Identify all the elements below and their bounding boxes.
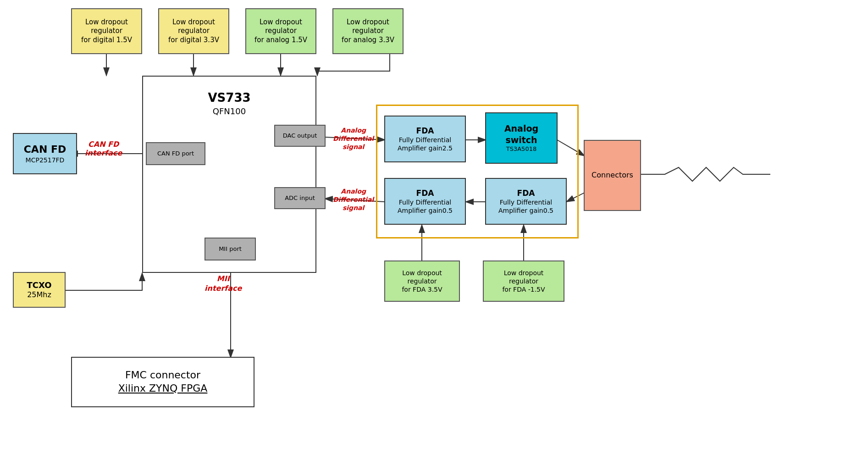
analog-diff-signal-top-label: AnalogDifferentialsignal [333,126,374,151]
ldo-analog-3v3: Low dropout regulator for analog 3.3V [332,8,404,54]
ldo-fda-3v5: Low dropout regulator for FDA 3.5V [384,260,460,302]
can-fd-interface-label: CAN FDinterface [85,140,122,157]
fmc-label: FMC connector [125,369,200,382]
ldo-ana-1v5-label: Low dropout regulator for analog 1.5V [254,18,307,45]
can-fd-chip: CAN FD MCP2517FD [13,133,77,174]
analog-switch: Analogswitch TS3A5018 [485,112,558,164]
can-fd-port-label: CAN FD port [157,150,194,158]
fda-gain0-5-left-title: FDA [416,188,434,198]
dac-output-label: DAC output [283,132,317,140]
fda-gain0-5-right: FDA Fully DifferentialAmplifier gain0.5 [485,178,567,225]
analog-switch-part: TS3A5018 [506,145,536,153]
vs733-part: QFN100 [213,106,246,116]
fmc-connector: FMC connector Xilinx ZYNQ FPGA [71,357,254,407]
fda-gain0-5-right-title: FDA [517,188,535,198]
ldo-dig-3v3-label: Low dropout regulator for digital 3.3V [168,18,219,45]
vs733-label: VS733 [208,90,250,106]
adc-input-port: ADC input [274,187,326,209]
adc-input-label: ADC input [285,194,315,202]
fda-gain0-5-left-desc: Fully DifferentialAmplifier gain0.5 [398,198,453,215]
fda-gain0-5-right-desc: Fully DifferentialAmplifier gain0.5 [498,198,553,215]
ldo-digital-3v3: Low dropout regulator for digital 3.3V [158,8,229,54]
ldo-fda-neg1v5: Low dropout regulator for FDA -1.5V [483,260,564,302]
fda-gain2-5-title: FDA [416,126,434,136]
fda-gain2-5-desc: Fully DifferentialAmplifier gain2.5 [398,136,453,152]
tcxo-label: TCXO [27,280,51,290]
can-fd-part: MCP2517FD [26,156,65,164]
ldo-fda-3v5-label: Low dropout regulator for FDA 3.5V [402,269,442,294]
ldo-fda-neg1v5-label: Low dropout regulator for FDA -1.5V [502,269,545,294]
mii-interface-label: MIIinterface [205,274,242,294]
connectors-box: Connectors [584,140,641,211]
fda-gain0-5-left: FDA Fully DifferentialAmplifier gain0.5 [384,178,466,225]
dac-output-port: DAC output [274,125,326,147]
analog-switch-title: Analogswitch [504,123,538,145]
fda-gain2-5: FDA Fully DifferentialAmplifier gain2.5 [384,116,466,162]
mii-port-label: MII port [219,245,242,253]
ldo-digital-1v5: Low dropout regulator for digital 1.5V [71,8,142,54]
mii-port: MII port [205,238,256,260]
can-fd-label: CAN FD [24,143,66,156]
analog-diff-signal-bot-label: AnalogDifferentialsignal [333,187,374,212]
tcxo: TCXO 25Mhz [13,272,66,308]
tcxo-freq: 25Mhz [27,290,51,300]
ldo-analog-1v5: Low dropout regulator for analog 1.5V [245,8,316,54]
can-fd-port: CAN FD port [146,142,205,165]
ldo-ana-3v3-label: Low dropout regulator for analog 3.3V [342,18,394,45]
ldo-dig-1v5-label: Low dropout regulator for digital 1.5V [81,18,132,45]
connectors-label: Connectors [592,171,633,180]
fmc-fpga-label: Xilinx ZYNQ FPGA [118,382,208,395]
